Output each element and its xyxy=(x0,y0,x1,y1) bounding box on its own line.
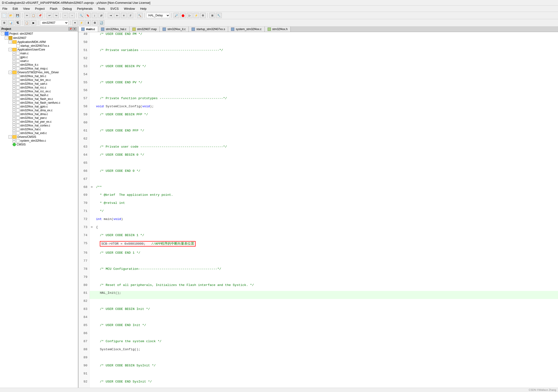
save-btn[interactable]: 💾 xyxy=(15,13,20,18)
tree-item[interactable]: +stm32f4xx_hal.c xyxy=(0,127,78,131)
tree-item[interactable]: -Drivers/CMSIS xyxy=(0,135,78,139)
paste-btn[interactable]: 📌 xyxy=(37,13,43,18)
tree-item[interactable]: CMSIS xyxy=(0,143,78,146)
line-code[interactable]: /* MCU Configuration--------------------… xyxy=(94,267,558,275)
tree-expand[interactable]: + xyxy=(12,128,16,131)
tree-expand[interactable]: - xyxy=(9,135,12,139)
tree-item[interactable]: -Application/MDK-ARM xyxy=(0,40,78,44)
line-code[interactable]: /* Private function prototypes ---------… xyxy=(94,96,558,104)
tree-item[interactable]: +stm32f4xx_hal_dma.c xyxy=(0,112,78,116)
line-code[interactable]: int main(void) xyxy=(94,217,558,225)
line-code[interactable]: { xyxy=(94,225,558,233)
build-btn[interactable]: 🔨 xyxy=(137,13,143,18)
tb2-reset-btn[interactable]: 🔄 xyxy=(99,20,104,25)
menu-item-file[interactable]: File xyxy=(1,6,8,11)
line-code[interactable]: /* Private user code -------------------… xyxy=(94,145,558,153)
line-code[interactable]: HAL_Init(); xyxy=(94,291,558,299)
line-code[interactable]: /* USER CODE BEGIN PFP */ xyxy=(94,112,558,121)
line-code[interactable]: /* Private variables -------------------… xyxy=(94,48,558,56)
line-code[interactable]: /* USER CODE END PM */ xyxy=(94,32,558,40)
tree-expand[interactable]: + xyxy=(12,82,16,85)
tree-expand[interactable]: + xyxy=(12,139,16,142)
new-btn[interactable]: 📄 xyxy=(1,13,7,18)
tree-item[interactable]: -stm32f407 xyxy=(0,36,78,40)
line-code[interactable]: /* Reset of all peripherals, Initializes… xyxy=(94,283,558,291)
line-code[interactable]: void SystemClock_Config(void); xyxy=(94,104,558,112)
tree-item[interactable]: +main.c xyxy=(0,51,78,55)
line-code[interactable]: /** xyxy=(94,185,558,193)
line-code[interactable]: /* USER CODE BEGIN 0 */ xyxy=(94,153,558,161)
tree-item[interactable]: +stm32f4xx_hal_cortex.c xyxy=(0,124,78,127)
tb2-dl-btn[interactable]: ⬇ xyxy=(85,20,91,25)
line-code[interactable]: /* USER CODE BEGIN SysInit */ xyxy=(94,364,558,372)
debug-settings-btn[interactable]: ⚙ xyxy=(200,13,206,18)
line-code[interactable]: /* USER CODE BEGIN 1 */ xyxy=(94,233,558,241)
line-code[interactable]: */ xyxy=(94,209,558,217)
menu-item-view[interactable]: View xyxy=(22,6,31,11)
line-code[interactable] xyxy=(94,275,558,283)
tab-system-stm32f4xx-c[interactable]: system_stm32f4xx.c xyxy=(228,26,265,32)
menu-item-project[interactable]: Project xyxy=(34,6,45,11)
sidebar-close-btn[interactable]: ✕ xyxy=(73,27,77,31)
tree-expand[interactable]: + xyxy=(12,63,16,67)
menu-item-tools[interactable]: Tools xyxy=(97,6,106,11)
tree-expand[interactable]: - xyxy=(1,32,4,35)
line-code[interactable]: /* USER CODE END PFP */ xyxy=(94,129,558,137)
line-code[interactable]: * @brief The application entry point. xyxy=(94,193,558,201)
tree-item[interactable]: +stm32f4xx_hal_tim_ex.c xyxy=(0,78,78,82)
tb2-btn3[interactable]: 🏗 xyxy=(15,20,20,25)
tab-main-c[interactable]: main.c xyxy=(78,26,98,32)
tree-expand[interactable]: + xyxy=(12,75,16,78)
tree-expand[interactable]: - xyxy=(9,40,12,44)
menu-item-debug[interactable]: Debug xyxy=(62,6,73,11)
line-code[interactable]: SCB->VTOR = 0x08010000; //APP程序的中断向量表位置 xyxy=(94,241,558,251)
tb2-flash-btn[interactable]: ⚡ xyxy=(79,20,84,25)
tree-item[interactable]: +stm32f4xx_hal_flash_ex.c xyxy=(0,97,78,101)
menu-item-svcs[interactable]: SVCS xyxy=(109,6,120,11)
tree-expand[interactable]: + xyxy=(12,109,16,112)
tree-item[interactable]: +gpio.c xyxy=(0,55,78,59)
line-code[interactable] xyxy=(94,88,558,96)
tree-expand[interactable]: + xyxy=(12,124,16,127)
tree-expand[interactable]: - xyxy=(9,48,12,51)
debug-step-btn[interactable]: ⚡ xyxy=(193,13,199,18)
tree-item[interactable]: +stm32f4xx_hal_tim.c xyxy=(0,74,78,78)
tb2-btn1[interactable]: ⚙ xyxy=(1,20,7,25)
tree-expand[interactable]: + xyxy=(12,93,16,97)
function-combo[interactable]: HAL_Delay xyxy=(146,13,170,18)
tree-item[interactable]: +stm32f4xx_hal_uart.c xyxy=(0,82,78,86)
tree-item[interactable]: +stm32f4xx_hal_flash.c xyxy=(0,93,78,97)
line-code[interactable] xyxy=(94,137,558,145)
line-code[interactable] xyxy=(94,259,558,267)
tree-item[interactable]: -Application/User/Core xyxy=(0,48,78,51)
code-editor[interactable]: 49 /* USER CODE END PM */5051 /* Private… xyxy=(78,32,558,388)
tree-expand[interactable]: + xyxy=(12,132,16,135)
tb2-btn4[interactable]: 📋 xyxy=(24,20,30,25)
tab-stm32f4xx-hal-c[interactable]: stm32f4xx_hal.c xyxy=(98,26,130,32)
tab-stm32f4xx-it-c[interactable]: stm32f4xx_it.c xyxy=(160,26,189,32)
settings2-btn[interactable]: 🔧 xyxy=(216,13,222,18)
tree-expand[interactable]: + xyxy=(12,97,16,101)
redo-btn[interactable]: ↪ xyxy=(53,13,59,18)
tree-expand[interactable]: + xyxy=(12,86,16,89)
tree-expand[interactable]: + xyxy=(12,78,16,82)
tree-item[interactable]: +stm32f4xx_hal_rcc.c xyxy=(0,86,78,90)
tree-item[interactable]: +stm32f4xx_hal_pwr.c xyxy=(0,116,78,120)
find-btn[interactable]: 🔍 xyxy=(78,13,84,18)
tree-item[interactable]: -Project: stm32f407 xyxy=(0,32,78,36)
zoom-btn[interactable]: 🔎 xyxy=(174,13,179,18)
tree-item[interactable]: -Drivers/STM32F4xx_HAL_Driver xyxy=(0,70,78,74)
tree-item[interactable]: +usart.c xyxy=(0,59,78,63)
menu-item-edit[interactable]: Edit xyxy=(12,6,19,11)
tree-expand[interactable]: + xyxy=(12,59,16,63)
tree-item[interactable]: +stm32f4xx_hal_gpio.c xyxy=(0,105,78,108)
tree-expand[interactable]: + xyxy=(12,90,16,93)
tab-startup-stm32f407xx-s[interactable]: startup_stm32f407xx.s xyxy=(189,26,228,32)
tb2-cursor-btn[interactable]: ✦ xyxy=(72,20,78,25)
tab-stm32f4xx-h[interactable]: stm32f4xx.h xyxy=(265,26,291,32)
fwd-btn[interactable]: → xyxy=(69,13,75,18)
tree-expand[interactable]: + xyxy=(12,101,16,104)
tab-stm32f407-map[interactable]: stm32f407.map xyxy=(130,26,160,32)
back-btn[interactable]: ← xyxy=(62,13,68,18)
line-code[interactable]: /* USER CODE END 1 */ xyxy=(94,251,558,259)
